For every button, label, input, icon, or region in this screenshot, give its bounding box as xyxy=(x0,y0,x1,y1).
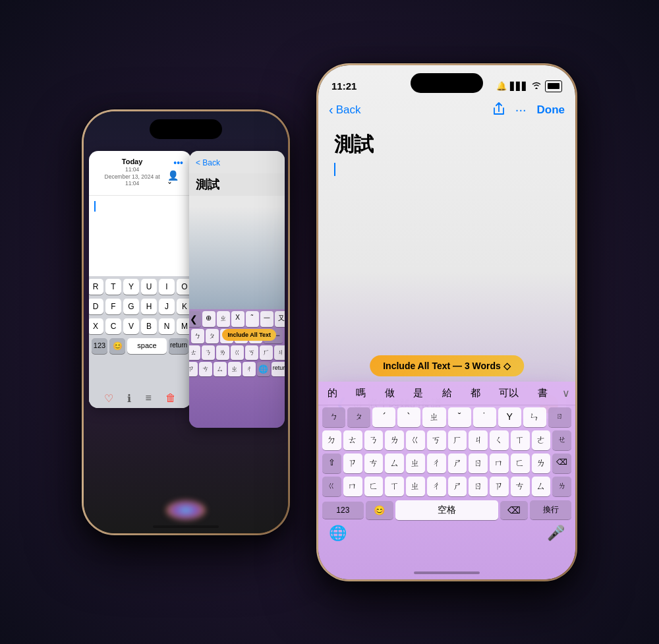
include-all-text-button-right[interactable]: Include All Text — 3 Words ◇ xyxy=(370,355,524,376)
key-return[interactable]: return xyxy=(169,338,188,354)
zh-globe[interactable]: 🌐 xyxy=(257,362,270,376)
zh-l3[interactable]: ㄌ xyxy=(532,454,551,473)
zh-s[interactable]: ㄙ xyxy=(214,362,227,376)
include-all-text-badge-left[interactable]: Include All Text xyxy=(222,329,276,341)
zh-s4[interactable]: ㄙ xyxy=(532,477,551,496)
trash-icon[interactable]: 🗑 xyxy=(165,392,176,405)
zh-l2[interactable]: ㄌ xyxy=(385,430,404,450)
zh-key-2[interactable]: X xyxy=(231,311,244,327)
globe-icon-right[interactable]: 🌐 xyxy=(329,525,347,542)
zh-k[interactable]: ㄎ xyxy=(245,345,258,360)
key-d[interactable]: D xyxy=(89,299,103,314)
key-f[interactable]: F xyxy=(105,299,121,314)
key-h[interactable]: H xyxy=(141,299,157,314)
key-return-right[interactable]: 換行 xyxy=(530,500,571,519)
key-emoji[interactable]: 😊 xyxy=(109,338,125,354)
zh-rl[interactable]: ㄖ xyxy=(548,407,571,427)
zh-h2[interactable]: ㄏ xyxy=(448,430,467,450)
zh-tone-2[interactable]: ˊ xyxy=(372,407,395,427)
zh-j2[interactable]: ㄐ xyxy=(469,430,488,450)
zh-sh3[interactable]: ㄕ xyxy=(448,454,467,473)
key-123-right[interactable]: 123 xyxy=(322,502,364,519)
zh-tone-3[interactable]: ˇ xyxy=(448,407,471,427)
zh-m4[interactable]: ㄇ xyxy=(343,477,362,496)
zh-delete-r[interactable]: ⌫ xyxy=(552,454,571,473)
zh-m3[interactable]: ㄇ xyxy=(490,454,509,473)
zh-t2[interactable]: ㄊ xyxy=(343,430,362,450)
zh-g4[interactable]: ㄍ xyxy=(322,477,341,496)
key-n[interactable]: N xyxy=(159,318,175,334)
zh-x2[interactable]: ㄒ xyxy=(511,430,530,450)
key-space[interactable]: space xyxy=(127,338,167,354)
zh-e2[interactable]: ㄜ xyxy=(532,430,551,450)
filter-icon[interactable]: ≡ xyxy=(146,392,152,405)
zh-p[interactable]: ㄆ xyxy=(206,329,219,343)
key-x[interactable]: X xyxy=(89,318,103,334)
zh-h[interactable]: ㄏ xyxy=(260,345,273,360)
zh-return[interactable]: return xyxy=(272,362,285,376)
zh-g[interactable]: ㄍ xyxy=(231,345,244,360)
key-delete-bottom[interactable]: ⌫ xyxy=(500,501,528,519)
key-j[interactable]: J xyxy=(159,299,175,314)
zh-en[interactable]: ㄣ xyxy=(523,407,546,427)
zh-key-b[interactable]: ㄅ xyxy=(322,407,345,427)
zh-j[interactable]: ㄐ xyxy=(274,345,285,360)
zh-key-3[interactable]: ˜ xyxy=(246,311,259,327)
nav-back-button[interactable]: ‹ Back xyxy=(329,102,360,117)
zh-f4[interactable]: ㄈ xyxy=(364,477,384,496)
suggestion-shu[interactable]: 書 xyxy=(534,386,552,401)
zh-d2[interactable]: ㄉ xyxy=(322,430,341,450)
key-i[interactable]: I xyxy=(159,279,175,295)
heart-icon[interactable]: ♡ xyxy=(104,392,113,405)
key-space-right[interactable]: 空格 xyxy=(395,500,499,520)
zh-r3[interactable]: ㄖ xyxy=(469,454,488,473)
zh-key-back[interactable]: ❮ xyxy=(189,311,201,327)
zh-key-plus[interactable]: ⊕ xyxy=(202,311,215,327)
zh-ch4[interactable]: ㄔ xyxy=(427,477,446,496)
zh-key-p[interactable]: ㄆ xyxy=(347,407,370,427)
zh-sh4[interactable]: ㄕ xyxy=(448,477,467,496)
zh-ch3[interactable]: ㄔ xyxy=(427,454,446,473)
zh-zhi[interactable]: ㄓ xyxy=(422,407,445,427)
zh-f[interactable]: ㄔ xyxy=(243,362,256,376)
key-t[interactable]: T xyxy=(105,279,121,295)
zh-g2[interactable]: ㄍ xyxy=(406,430,425,450)
zh-l4[interactable]: ㄌ xyxy=(552,477,571,496)
zh-shift-r[interactable]: ⇧ xyxy=(322,454,341,473)
zh-n2[interactable]: ㄋ xyxy=(364,430,384,450)
mic-icon-right[interactable]: 🎤 xyxy=(547,525,565,542)
zh-a[interactable]: ㄓ xyxy=(228,362,241,376)
key-b[interactable]: B xyxy=(141,318,157,334)
zh-n[interactable]: ㄋ xyxy=(202,345,215,360)
expand-suggestions-icon[interactable]: ∨ xyxy=(562,387,570,399)
key-y[interactable]: Y xyxy=(123,279,139,295)
key-emoji-right[interactable]: 😊 xyxy=(366,501,393,519)
zh-c2[interactable]: ㄘ xyxy=(199,362,212,376)
done-button[interactable]: Done xyxy=(537,103,565,117)
zh-f3[interactable]: ㄈ xyxy=(511,454,530,473)
zh-zh4[interactable]: ㄓ xyxy=(406,477,425,496)
suggestion-shi[interactable]: 是 xyxy=(409,386,427,401)
share-icon[interactable] xyxy=(493,102,505,118)
zh-z3[interactable]: ㄗ xyxy=(343,454,362,473)
zh-key-5[interactable]: 又 xyxy=(275,311,285,327)
zh-b[interactable]: ㄅ xyxy=(191,329,204,343)
key-v[interactable]: V xyxy=(123,318,139,334)
zh-tone-5[interactable]: ˙ xyxy=(473,407,496,427)
suggestion-gei[interactable]: 給 xyxy=(438,386,456,401)
zh-x4[interactable]: ㄒ xyxy=(385,477,404,496)
zh-zh3[interactable]: ㄓ xyxy=(406,454,425,473)
key-r[interactable]: R xyxy=(89,279,103,295)
more-icon[interactable]: ··· xyxy=(515,102,527,117)
key-c[interactable]: C xyxy=(105,318,121,334)
info-icon[interactable]: ℹ xyxy=(127,392,131,405)
zh-l[interactable]: ㄌ xyxy=(216,345,229,360)
zh-e3[interactable]: ㄝ xyxy=(552,430,571,450)
key-g[interactable]: G xyxy=(123,299,139,314)
suggestion-keyi[interactable]: 可以 xyxy=(495,386,523,401)
zh-s3[interactable]: ㄙ xyxy=(385,454,404,473)
zh-z4[interactable]: ㄗ xyxy=(490,477,509,496)
zh-y[interactable]: Y xyxy=(498,407,521,427)
zh-t[interactable]: ㄊ xyxy=(189,345,200,360)
suggestion-dou[interactable]: 都 xyxy=(467,386,484,401)
